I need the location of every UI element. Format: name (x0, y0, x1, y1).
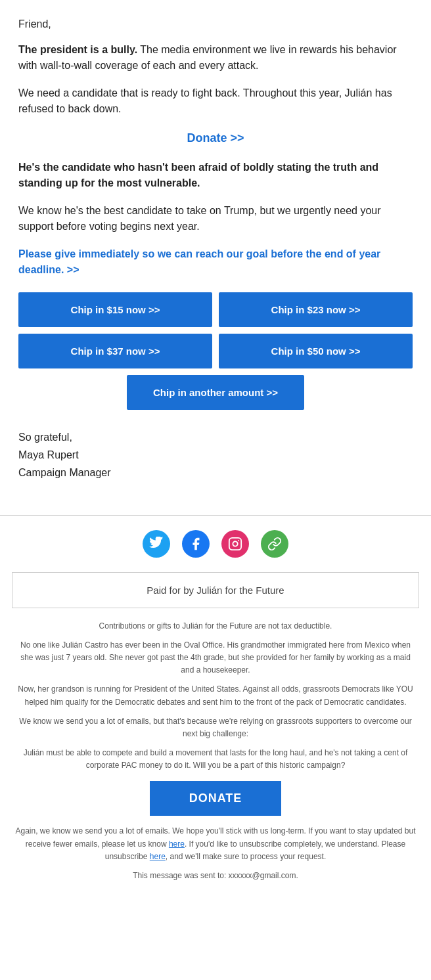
footer-line3: Now, her grandson is running for Preside… (13, 683, 418, 708)
facebook-icon[interactable] (182, 530, 210, 558)
footer-line5: Julián must be able to compete and build… (13, 747, 418, 772)
greeting: Friend, (18, 18, 413, 30)
footer-donate-container: DONATE (13, 781, 418, 816)
footer-unsubscribe: Again, we know we send you a lot of emai… (13, 825, 418, 863)
main-content: Friend, The president is a bully. The me… (0, 0, 431, 495)
para2: We need a candidate that is ready to fig… (18, 85, 413, 117)
link-icon[interactable] (261, 530, 288, 558)
paid-by-box: Paid for by Julián for the Future (12, 572, 419, 608)
other-amount-container: Chip in another amount >> (18, 375, 413, 410)
signature-line3: Campaign Manager (18, 464, 413, 481)
instagram-icon[interactable] (221, 530, 249, 558)
chip-50-button[interactable]: Chip in $50 now >> (219, 334, 413, 368)
signature-line1: So grateful, (18, 428, 413, 446)
intro-paragraph: The president is a bully. The media envi… (18, 42, 413, 74)
para4: We know he's the best candidate to take … (18, 203, 413, 234)
footer-donate-button[interactable]: DONATE (150, 781, 282, 816)
cta-text: Please give immediately so we can reach … (18, 246, 413, 278)
here1-link[interactable]: here (169, 839, 185, 849)
twitter-icon[interactable] (143, 530, 170, 558)
para3: He's the candidate who hasn't been afrai… (18, 160, 413, 191)
paid-by-text: Paid for by Julián for the Future (147, 585, 284, 596)
footer-sent-to: This message was sent to: xxxxxx@gmail.c… (13, 870, 418, 882)
chip-15-button[interactable]: Chip in $15 now >> (18, 292, 212, 327)
chip-37-button[interactable]: Chip in $37 now >> (18, 334, 212, 368)
donate-link-container[interactable]: Donate >> (18, 131, 413, 145)
chip-other-amount-button[interactable]: Chip in another amount >> (127, 375, 304, 410)
here2-link[interactable]: here (150, 852, 166, 861)
footer-line4: We know we send you a lot of emails, but… (13, 715, 418, 740)
footer: Contributions or gifts to Julián for the… (0, 608, 431, 902)
signature: So grateful, Maya Rupert Campaign Manage… (18, 428, 413, 482)
signature-line2: Maya Rupert (18, 446, 413, 464)
social-bar (0, 516, 431, 572)
chip-23-button[interactable]: Chip in $23 now >> (219, 292, 413, 327)
donate-link[interactable]: Donate >> (187, 131, 244, 145)
chip-buttons-grid: Chip in $15 now >> Chip in $23 now >> Ch… (18, 292, 413, 368)
bold-intro: The president is a bully. (18, 44, 137, 55)
footer-line2: No one like Julián Castro has ever been … (13, 639, 418, 677)
footer-line1: Contributions or gifts to Julián for the… (13, 620, 418, 633)
footer-line6-post: , and we'll make sure to process your re… (166, 852, 326, 861)
svg-rect-0 (229, 537, 241, 549)
